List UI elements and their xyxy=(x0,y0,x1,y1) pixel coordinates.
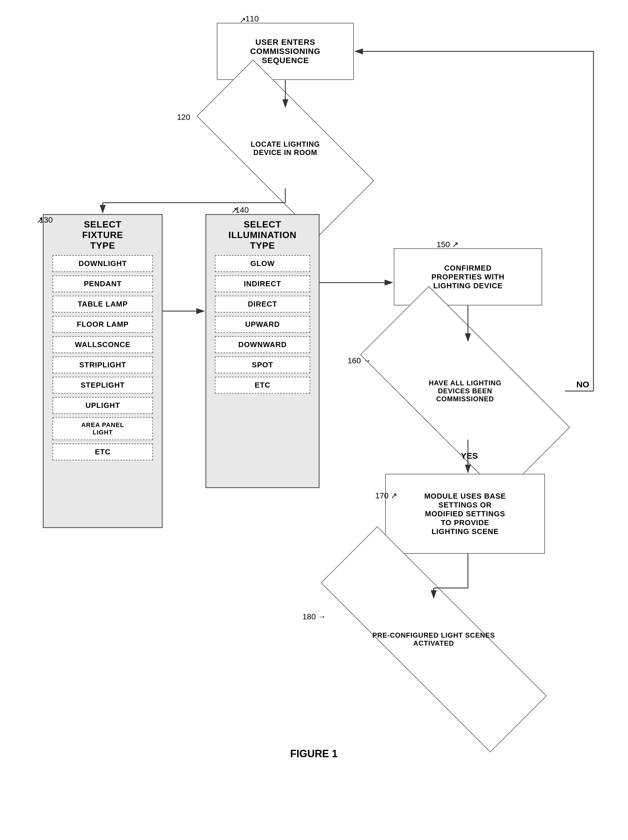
step-150-label: 150 ↗ xyxy=(437,240,459,249)
step-130-item-tablelamp: TABLE LAMP xyxy=(52,296,153,313)
step-120-text: LOCATE LIGHTING DEVICE IN ROOM xyxy=(251,140,320,157)
step-130-header: SELECTFIXTURETYPE xyxy=(79,215,126,255)
step-110-arrow-label: ↗ xyxy=(240,16,246,25)
step-150-text: CONFIRMED PROPERTIES WITH LIGHTING DEVIC… xyxy=(431,264,505,290)
yes-label: YES xyxy=(461,451,478,461)
no-label: NO xyxy=(576,380,589,389)
step-140-label-num: 140 xyxy=(235,205,249,215)
step-170-box: MODULE USES BASE SETTINGS OR MODIFIED SE… xyxy=(385,474,545,554)
step-130-item-uplight: UPLIGHT xyxy=(52,397,153,414)
step-140-item-upward: UPWARD xyxy=(215,316,311,333)
step-170-label: 170 ↗ xyxy=(375,491,398,501)
step-140-item-spot: SPOT xyxy=(215,357,311,373)
step-120-diamond: LOCATE LIGHTING DEVICE IN ROOM xyxy=(200,109,371,188)
step-130-container: SELECTFIXTURETYPE DOWNLIGHT PENDANT TABL… xyxy=(43,214,163,528)
step-140-container: SELECTILLUMINATIONTYPE GLOW INDIRECT DIR… xyxy=(205,214,320,488)
step-140-item-indirect: INDIRECT xyxy=(215,275,311,292)
step-140-item-downward: DOWNWARD xyxy=(215,336,311,353)
step-160-diamond: HAVE ALL LIGHTING DEVICES BEEN COMMISSIO… xyxy=(365,343,565,439)
diagram-container: USER ENTERS COMMISSIONING SEQUENCE 110 ↗… xyxy=(0,0,628,840)
step-140-item-etc: ETC xyxy=(215,377,311,393)
step-170-text: MODULE USES BASE SETTINGS OR MODIFIED SE… xyxy=(424,492,506,536)
step-160-label: 160 → xyxy=(347,356,371,365)
step-110-box: USER ENTERS COMMISSIONING SEQUENCE xyxy=(217,23,354,80)
step-130-item-pendant: PENDANT xyxy=(52,275,153,292)
step-130-item-steplight: STEPLIGHT xyxy=(52,377,153,393)
step-130-item-areapanel: AREA PANELLIGHT xyxy=(52,417,153,440)
step-140-header: SELECTILLUMINATIONTYPE xyxy=(226,215,300,255)
step-180-diamond: PRE-CONFIGURED LIGHT SCENES ACTIVATED xyxy=(314,599,554,679)
step-130-item-striplight: STRIPLIGHT xyxy=(52,357,153,373)
step-110-text: USER ENTERS COMMISSIONING SEQUENCE xyxy=(250,38,320,65)
step-130-item-etc: ETC xyxy=(52,444,153,460)
step-110-label: 110 xyxy=(245,14,259,24)
step-180-label: 180 → xyxy=(303,612,326,621)
step-180-text: PRE-CONFIGURED LIGHT SCENES ACTIVATED xyxy=(372,632,495,647)
step-130-item-floorlamp: FLOOR LAMP xyxy=(52,316,153,333)
step-120-label: 120 xyxy=(177,113,190,122)
step-160-text: HAVE ALL LIGHTING DEVICES BEEN COMMISSIO… xyxy=(429,379,501,403)
figure-caption: FIGURE 1 xyxy=(257,748,371,760)
step-140-item-direct: DIRECT xyxy=(215,296,311,313)
step-140-item-glow: GLOW xyxy=(215,255,311,272)
step-130-label-num: 130 xyxy=(39,215,53,225)
step-130-item-downlight: DOWNLIGHT xyxy=(52,255,153,272)
step-130-item-wallsconce: WALLSCONCE xyxy=(52,336,153,353)
step-150-box: CONFIRMED PROPERTIES WITH LIGHTING DEVIC… xyxy=(394,248,542,305)
